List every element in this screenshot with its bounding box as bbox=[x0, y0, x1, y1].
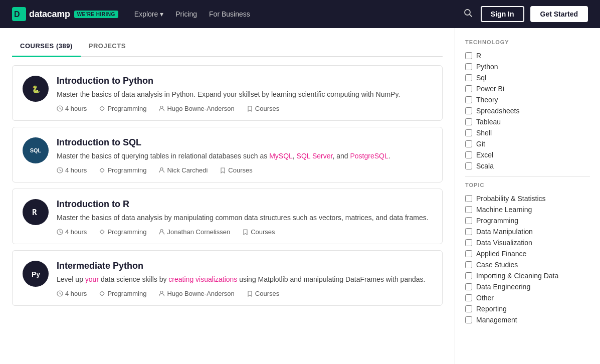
bookmark-icon bbox=[242, 229, 249, 235]
topic-filter-item[interactable]: Management bbox=[465, 314, 590, 325]
technology-checkbox[interactable] bbox=[465, 107, 472, 114]
nav-for-business[interactable]: For Business bbox=[209, 10, 250, 18]
technology-label: Theory bbox=[476, 96, 498, 104]
svg-line-20 bbox=[60, 232, 62, 233]
postgresql-link[interactable]: PostgreSQL bbox=[350, 152, 388, 160]
nav-actions: Sign In Get Started bbox=[462, 6, 588, 22]
svg-line-27 bbox=[60, 294, 62, 295]
topic-checkbox[interactable] bbox=[465, 195, 472, 202]
nav-explore[interactable]: Explore ▾ bbox=[134, 10, 163, 18]
visualizations-link[interactable]: creating visualizations bbox=[168, 275, 237, 283]
technology-filter-item[interactable]: Spreadsheets bbox=[465, 105, 590, 116]
technology-filter-item[interactable]: Power Bi bbox=[465, 83, 590, 94]
technology-filter-item[interactable]: Git bbox=[465, 138, 590, 149]
course-card: R Introduction to R Master the basics of… bbox=[12, 189, 443, 244]
clock-icon bbox=[57, 105, 63, 112]
topic-checkbox[interactable] bbox=[465, 305, 472, 312]
technology-filter-item[interactable]: Theory bbox=[465, 94, 590, 105]
get-started-button[interactable]: Get Started bbox=[530, 6, 588, 22]
technology-label: Scala bbox=[476, 162, 494, 170]
course-title[interactable]: Introduction to SQL bbox=[57, 137, 432, 148]
topic-filter-item[interactable]: Case Studies bbox=[465, 259, 590, 270]
technology-checkbox[interactable] bbox=[465, 96, 472, 103]
course-topic: Programming bbox=[99, 166, 146, 174]
logo[interactable]: D datacamp bbox=[12, 7, 70, 21]
technology-label: R bbox=[476, 52, 481, 60]
technology-checkbox[interactable] bbox=[465, 162, 472, 169]
clock-icon bbox=[57, 167, 63, 173]
topic-checkbox[interactable] bbox=[465, 283, 472, 290]
bookmark-icon bbox=[220, 167, 226, 173]
course-title[interactable]: Introduction to R bbox=[57, 199, 432, 210]
technology-checkbox[interactable] bbox=[465, 118, 472, 125]
topic-filter-item[interactable]: Other bbox=[465, 292, 590, 303]
technology-label: Tableau bbox=[476, 118, 501, 126]
topic-checkbox[interactable] bbox=[465, 294, 472, 301]
course-card: SQL Introduction to SQL Master the basic… bbox=[12, 127, 443, 183]
course-topic: Programming bbox=[99, 290, 146, 297]
topic-label: Case Studies bbox=[476, 261, 518, 269]
clock-icon bbox=[57, 290, 63, 297]
topic-filter-item[interactable]: Reporting bbox=[465, 303, 590, 314]
technology-checkbox[interactable] bbox=[465, 85, 472, 92]
diamond-icon bbox=[99, 290, 105, 297]
technology-checkbox[interactable] bbox=[465, 129, 472, 136]
tab-projects[interactable]: PROJECTS bbox=[81, 36, 134, 57]
topic-filter-item[interactable]: Data Manipulation bbox=[465, 226, 590, 237]
technology-filter-item[interactable]: Scala bbox=[465, 160, 590, 171]
topic-label: Programming bbox=[476, 217, 518, 225]
topic-checkbox[interactable] bbox=[465, 206, 472, 213]
user-icon bbox=[158, 167, 165, 173]
topic-label: Probability & Statistics bbox=[476, 195, 546, 203]
topic-label: Data Manipulation bbox=[476, 228, 533, 236]
topic-filter-item[interactable]: Programming bbox=[465, 215, 590, 226]
course-type: Courses bbox=[242, 228, 275, 236]
topic-checkbox[interactable] bbox=[465, 272, 472, 279]
course-description: Master the basics of querying tables in … bbox=[57, 151, 432, 161]
bookmark-icon bbox=[247, 290, 253, 297]
topic-checkbox[interactable] bbox=[465, 250, 472, 257]
topic-checkbox[interactable] bbox=[465, 228, 472, 235]
mysql-link[interactable]: MySQL bbox=[269, 152, 293, 160]
technology-checkbox[interactable] bbox=[465, 63, 472, 70]
technology-checkbox[interactable] bbox=[465, 74, 472, 81]
technology-filter-item[interactable]: Python bbox=[465, 61, 590, 72]
topic-filter-item[interactable]: Probability & Statistics bbox=[465, 193, 590, 204]
course-meta: 4 hours Programming Hugo Bowne-Anderson bbox=[57, 290, 432, 297]
topic-label: Data Visualization bbox=[476, 239, 532, 247]
course-instructor: Hugo Bowne-Anderson bbox=[158, 290, 234, 297]
topic-checkbox[interactable] bbox=[465, 217, 472, 224]
topic-filter-item[interactable]: Machine Learning bbox=[465, 204, 590, 215]
technology-filter-item[interactable]: R bbox=[465, 50, 590, 61]
topic-filter-item[interactable]: Data Engineering bbox=[465, 281, 590, 292]
technology-checkbox[interactable] bbox=[465, 151, 472, 158]
technology-filter-item[interactable]: Tableau bbox=[465, 116, 590, 127]
tab-courses[interactable]: COURSES (389) bbox=[12, 36, 81, 57]
course-hours: 4 hours bbox=[57, 105, 87, 112]
signin-button[interactable]: Sign In bbox=[481, 6, 524, 22]
technology-filter-item[interactable]: Shell bbox=[465, 127, 590, 138]
technology-checkbox[interactable] bbox=[465, 140, 472, 147]
course-title[interactable]: Intermediate Python bbox=[57, 261, 432, 271]
sqlserver-link[interactable]: SQL Server bbox=[297, 152, 333, 160]
course-description: Master the basics of data analysis by ma… bbox=[57, 213, 432, 223]
topic-filter-item[interactable]: Importing & Cleaning Data bbox=[465, 270, 590, 281]
course-type: Courses bbox=[220, 166, 252, 174]
svg-text:D: D bbox=[14, 10, 20, 19]
topic-checkbox[interactable] bbox=[465, 261, 472, 268]
course-instructor: Jonathan Cornelissen bbox=[158, 228, 230, 236]
course-description: Level up your data science skills by cre… bbox=[57, 274, 432, 285]
tabs-bar: COURSES (389) PROJECTS bbox=[12, 36, 443, 57]
topic-checkbox[interactable] bbox=[465, 239, 472, 246]
course-icon-sql: SQL bbox=[23, 137, 49, 163]
technology-filter-item[interactable]: Sql bbox=[465, 72, 590, 83]
search-button[interactable] bbox=[462, 7, 475, 22]
topic-filter-item[interactable]: Data Visualization bbox=[465, 237, 590, 248]
topic-checkbox[interactable] bbox=[465, 316, 472, 323]
technology-checkbox[interactable] bbox=[465, 52, 472, 59]
topic-filter-item[interactable]: Applied Finance bbox=[465, 248, 590, 259]
your-link[interactable]: your bbox=[85, 275, 99, 283]
course-title[interactable]: Introduction to Python bbox=[57, 76, 432, 86]
nav-pricing[interactable]: Pricing bbox=[175, 10, 197, 18]
technology-filter-item[interactable]: Excel bbox=[465, 149, 590, 160]
